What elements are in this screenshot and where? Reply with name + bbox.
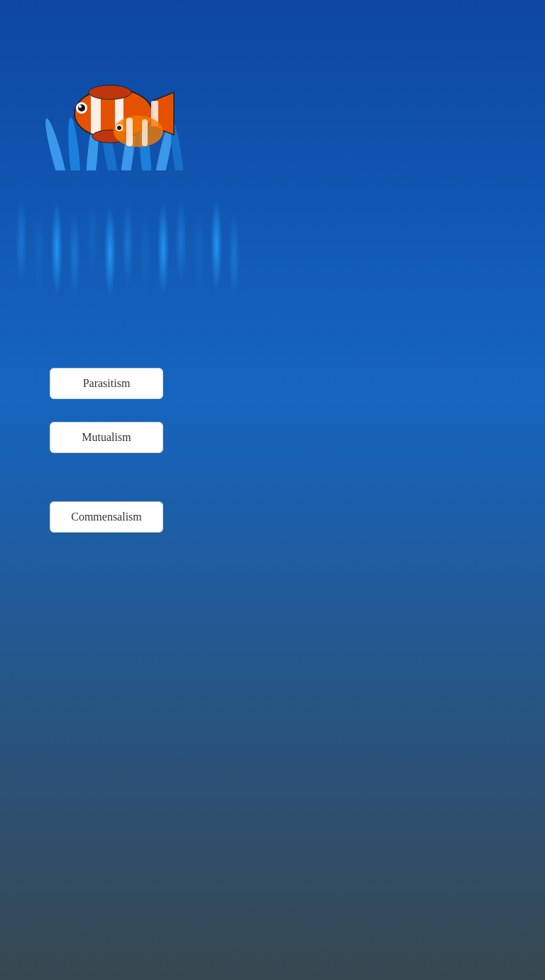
hero-image bbox=[275, 28, 524, 270]
header-section: Symbiosis bbox=[0, 0, 545, 291]
anemone-background bbox=[275, 28, 524, 270]
commensalism-box[interactable]: Commensalism bbox=[50, 501, 163, 533]
mutualism-box[interactable]: Mutualism bbox=[50, 422, 163, 453]
parasitism-box[interactable]: Parasitism bbox=[50, 368, 163, 399]
